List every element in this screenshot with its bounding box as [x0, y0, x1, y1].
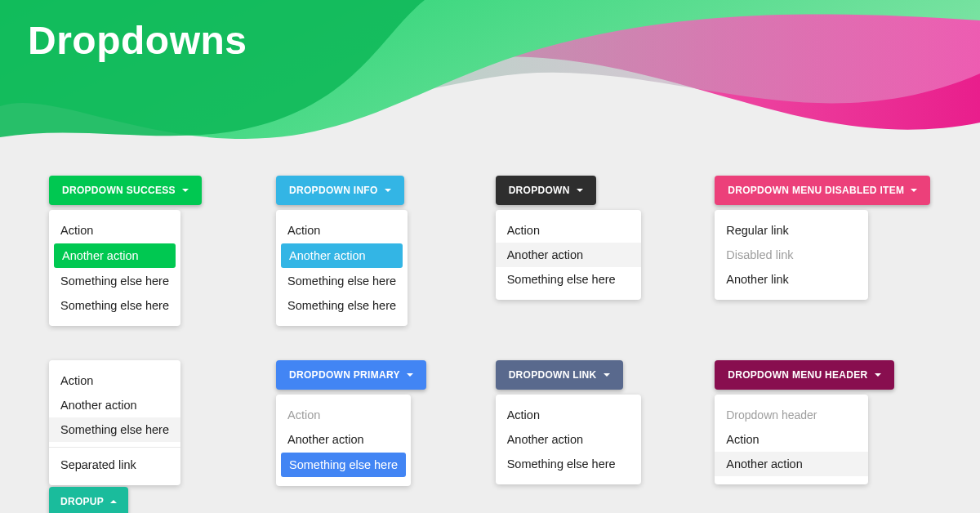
caret-down-icon [182, 189, 189, 192]
content-area: Dropdown Success Action Another action S… [49, 176, 931, 513]
menu-item[interactable]: Something else here [276, 293, 408, 318]
page-title: Dropdowns [0, 0, 980, 63]
menu-item-hover[interactable]: Something else here [49, 417, 180, 442]
menu-item[interactable]: Something else here [49, 293, 180, 318]
col-pink: Dropdown Menu Disabled Item Regular link… [715, 176, 931, 326]
menu-item[interactable]: Another action [496, 427, 641, 452]
dropdown-success-label: Dropdown Success [62, 185, 176, 196]
dropdown-pink-label: Dropdown Menu Disabled Item [728, 185, 904, 196]
caret-down-icon [875, 373, 881, 377]
col-success: Dropdown Success Action Another action S… [49, 176, 219, 326]
menu-item[interactable]: Action [49, 368, 180, 393]
menu-item[interactable]: Action [496, 218, 641, 243]
dropdown-primary-label: Dropdown Primary [289, 369, 400, 381]
menu-item-hover[interactable]: Another action [496, 243, 641, 267]
hero: Dropdowns [0, 0, 980, 180]
dropdown-primary-button[interactable]: Dropdown Primary [276, 360, 426, 390]
dropdown-info-menu: Action Another action Something else her… [276, 210, 408, 326]
menu-item[interactable]: Regular link [715, 218, 868, 243]
dropdown-pink-menu: Regular link Disabled link Another link [715, 210, 868, 300]
menu-item[interactable]: Separated link [49, 453, 180, 477]
menu-item[interactable]: Action [49, 218, 180, 243]
col-dark: Dropdown Action Another action Something… [496, 176, 658, 326]
dropup-menu: Action Another action Something else her… [49, 360, 180, 485]
menu-item[interactable]: Something else here [276, 269, 408, 293]
dropdown-purple-menu: Dropdown header Action Another action [715, 395, 868, 484]
menu-item[interactable]: Something else here [496, 267, 641, 292]
menu-item[interactable]: Another action [276, 427, 411, 452]
dropdown-info-label: Dropdown Info [289, 185, 378, 196]
menu-item[interactable]: Action [276, 218, 408, 243]
col-slate: Dropdown Link Action Another action Some… [496, 360, 658, 513]
col-purple: Dropdown Menu Header Dropdown header Act… [715, 360, 931, 513]
dropup-stack: Action Another action Something else her… [49, 360, 180, 513]
menu-item-disabled: Action [276, 403, 411, 427]
dropdown-dark-label: Dropdown [509, 185, 570, 196]
col-info: Dropdown Info Action Another action Some… [276, 176, 439, 326]
menu-item[interactable]: Action [715, 427, 868, 452]
caret-down-icon [911, 189, 917, 192]
menu-item[interactable]: Another action [49, 393, 180, 417]
dropdown-slate-button[interactable]: Dropdown Link [496, 360, 623, 390]
row-1: Dropdown Success Action Another action S… [49, 176, 931, 326]
dropdown-success-button[interactable]: Dropdown Success [49, 176, 202, 205]
dropdown-purple-label: Dropdown Menu Header [728, 369, 867, 381]
caret-up-icon [110, 500, 117, 503]
menu-header: Dropdown header [715, 403, 868, 427]
menu-item[interactable]: Another link [715, 267, 868, 292]
menu-item-active[interactable]: Something else here [281, 453, 406, 477]
dropdown-primary-menu: Action Another action Something else her… [276, 395, 411, 486]
dropup-label: Dropup [60, 496, 104, 507]
col-primary: Dropdown Primary Action Another action S… [276, 360, 439, 513]
dropup-button[interactable]: Dropup [49, 487, 128, 513]
dropdown-info-button[interactable]: Dropdown Info [276, 176, 404, 205]
dropdown-dark-menu: Action Another action Something else her… [496, 210, 641, 300]
menu-item-active[interactable]: Another action [54, 243, 176, 268]
menu-divider [49, 447, 180, 448]
dropdown-slate-label: Dropdown Link [509, 369, 597, 381]
menu-item-hover[interactable]: Another action [715, 452, 868, 476]
caret-down-icon [385, 189, 391, 192]
menu-item[interactable]: Something else here [49, 269, 180, 293]
dropdown-success-menu: Action Another action Something else her… [49, 210, 180, 326]
menu-item[interactable]: Action [496, 403, 641, 427]
dropdown-pink-button[interactable]: Dropdown Menu Disabled Item [715, 176, 930, 205]
menu-item-disabled: Disabled link [715, 243, 868, 267]
dropdown-purple-button[interactable]: Dropdown Menu Header [715, 360, 893, 390]
caret-down-icon [577, 189, 583, 192]
col-dropup: Action Another action Something else her… [49, 360, 219, 513]
menu-item-active[interactable]: Another action [281, 243, 403, 268]
row-2: Action Another action Something else her… [49, 360, 931, 513]
caret-down-icon [407, 373, 413, 377]
dropdown-dark-button[interactable]: Dropdown [496, 176, 596, 205]
dropdown-slate-menu: Action Another action Something else her… [496, 395, 641, 484]
caret-down-icon [604, 373, 610, 377]
menu-item[interactable]: Something else here [496, 452, 641, 476]
